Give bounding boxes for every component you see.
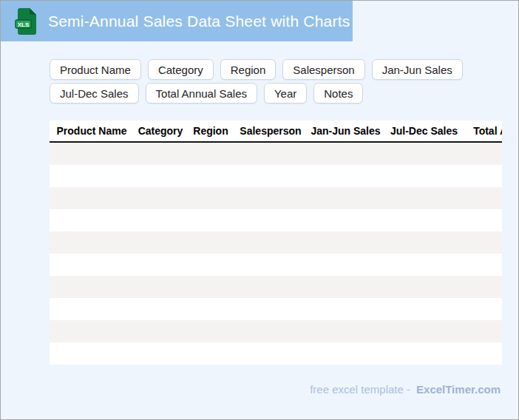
column-header-region: Region (187, 125, 234, 137)
footer-brand-link[interactable]: ExcelTimer.com (416, 383, 501, 396)
header-bar: XLS Semi-Annual Sales Data Sheet with Ch… (1, 1, 353, 41)
chip-notes[interactable]: Notes (313, 83, 363, 104)
table-row (50, 143, 502, 165)
column-header-salesperson: Salesperson (234, 125, 307, 137)
column-header-total-annual-sales: Total Annual Sales (464, 125, 502, 137)
chip-region[interactable]: Region (220, 59, 277, 80)
xls-icon-label: XLS (18, 21, 30, 27)
chip-jul-dec-sales[interactable]: Jul-Dec Sales (50, 83, 139, 104)
template-window: XLS Semi-Annual Sales Data Sheet with Ch… (0, 0, 519, 420)
xls-file-icon: XLS (15, 7, 37, 35)
footer-text: free excel template - (310, 383, 410, 396)
table-row (50, 231, 502, 254)
data-table: Product NameCategoryRegionSalespersonJan… (50, 121, 502, 365)
page-title: Semi-Annual Sales Data Sheet with Charts (48, 13, 350, 30)
table-body (50, 143, 502, 365)
table-row (50, 320, 502, 342)
table-row (50, 276, 502, 298)
table-row (50, 165, 502, 187)
chip-total-annual-sales[interactable]: Total Annual Sales (146, 83, 257, 104)
chip-jan-jun-sales[interactable]: Jan-Jun Sales (372, 59, 463, 80)
table-row (50, 209, 502, 231)
table-row (50, 254, 502, 276)
table-header-row: Product NameCategoryRegionSalespersonJan… (50, 121, 502, 143)
chip-category[interactable]: Category (148, 59, 214, 80)
chip-product-name[interactable]: Product Name (50, 59, 141, 80)
column-header-jan-jun-sales: Jan-Jun Sales (307, 125, 384, 137)
column-header-product-name: Product Name (50, 125, 134, 137)
field-chips: Product NameCategoryRegionSalespersonJan… (50, 59, 509, 104)
footer: free excel template - ExcelTimer.com (310, 383, 501, 396)
chip-salesperson[interactable]: Salesperson (282, 59, 364, 80)
table-row (50, 298, 502, 320)
table-row (50, 187, 502, 209)
column-header-jul-dec-sales: Jul-Dec Sales (384, 125, 464, 137)
table-row (50, 342, 502, 365)
chip-year[interactable]: Year (264, 83, 307, 104)
column-header-category: Category (134, 125, 187, 137)
